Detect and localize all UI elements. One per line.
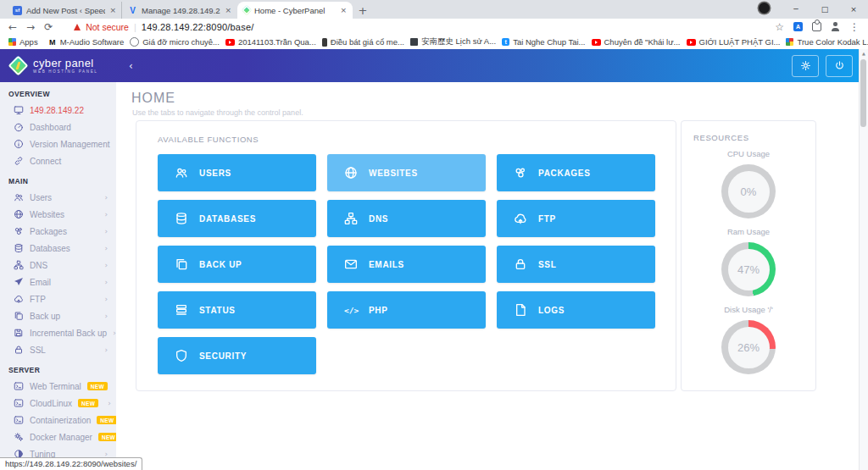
function-button-php[interactable]: </>PHP xyxy=(327,291,486,329)
logo-subtitle: WEB HOSTING PANEL xyxy=(33,70,98,75)
gauge-value: 47% xyxy=(737,263,760,276)
function-button-label: SSL xyxy=(538,260,557,269)
sidebar-item-docker-manager[interactable]: Docker ManagerNEW› xyxy=(0,429,116,445)
tab-add-new-post-speed-family[interactable]: sfAdd New Post ‹ Speed.Family —× xyxy=(7,2,122,19)
tab-manage-149-28-149-22-vultr-co[interactable]: VManage 149.28.149.22 - Vultr.co× xyxy=(122,2,237,19)
sidebar-item-label: Email xyxy=(30,278,51,287)
back-icon[interactable]: ← xyxy=(8,22,17,32)
forward-icon[interactable]: → xyxy=(26,22,35,32)
power-icon xyxy=(834,60,845,71)
bookmark-chuy-n-kh-i-l[interactable]: Chuyên đề "Khái lư... xyxy=(592,37,681,47)
tab-close-icon[interactable]: × xyxy=(225,6,231,14)
sidebar-item-users[interactable]: Users› xyxy=(0,189,116,206)
function-button-users[interactable]: USERS xyxy=(158,154,316,191)
sidebar-item-version-management[interactable]: Version Management xyxy=(0,135,116,152)
profile-icon[interactable] xyxy=(831,22,840,31)
url-text[interactable]: 149.28.149.22:8090/base/ xyxy=(142,22,254,32)
bookmark-label: Điều bát giá cổ me... xyxy=(331,37,404,47)
extensions-icon[interactable] xyxy=(812,22,821,31)
monitor-icon xyxy=(14,105,24,115)
tab-close-icon[interactable]: × xyxy=(340,6,347,14)
function-button-ftp[interactable]: FTP xyxy=(497,200,655,237)
function-button-status[interactable]: STATUS xyxy=(158,291,316,329)
sidebar-item-cloudlinux[interactable]: CloudLinuxNEW› xyxy=(0,395,116,412)
sidebar-item-websites[interactable]: Websites› xyxy=(0,206,116,223)
function-button-dns[interactable]: DNS xyxy=(327,200,486,237)
new-tab-button[interactable]: + xyxy=(353,2,373,19)
main-content: HOME Use the tabs to navigate through th… xyxy=(116,82,868,470)
sidebar-item-149-28-149-22[interactable]: 149.28.149.22 xyxy=(0,102,116,119)
cyberpanel-logo[interactable]: cyber panel WEB HOSTING PANEL xyxy=(0,58,127,75)
function-button-grid: USERSWEBSITESPACKAGESDATABASESDNSFTPBACK… xyxy=(158,154,655,374)
function-button-security[interactable]: SECURITY xyxy=(158,337,316,374)
sidebar-section-overview: OVERVIEW xyxy=(0,82,116,102)
users-icon xyxy=(175,166,188,180)
bookmark-gi-micro-chuy[interactable]: Giá đỡ micro chuyê... xyxy=(130,37,220,47)
bookmark-i-u-b-t-gi-c-me[interactable]: Điều bát giá cổ me... xyxy=(322,37,404,47)
browser-menu-icon[interactable]: ⋮ xyxy=(849,22,860,32)
database-icon xyxy=(14,243,24,253)
scrollbar-up-arrow[interactable]: ▲ xyxy=(860,49,868,58)
globe-icon xyxy=(14,209,24,219)
bookmark-gi-i-lu-t-ph-t-gi[interactable]: GIỚI LUẬT PHẬT GI... xyxy=(687,37,781,47)
close-window-button[interactable]: × xyxy=(839,0,868,19)
bookmark-true-color-kodak-l[interactable]: True Color Kodak L... xyxy=(786,37,868,47)
minimize-window-button[interactable]: ─ xyxy=(782,0,810,19)
bookmark-tai-nghe-chup-tai[interactable]: tTai Nghe Chup Tai... xyxy=(502,37,585,47)
bookmark-star-icon[interactable]: ☆ xyxy=(775,22,784,32)
sitemap-icon xyxy=(14,260,24,270)
sidebar-item-packages[interactable]: Packages› xyxy=(0,223,116,240)
sidebar-item-label: SSL xyxy=(30,346,46,355)
new-badge: NEW xyxy=(97,416,116,424)
sidebar-item-ftp[interactable]: FTP› xyxy=(0,290,116,307)
gauge-donut: 26% xyxy=(721,320,776,374)
bookmark-m-audio-software[interactable]: MM-Audio Software xyxy=(48,37,125,47)
sidebar-item-containerization[interactable]: ContainerizationNEW› xyxy=(0,412,116,429)
new-badge: NEW xyxy=(78,399,98,407)
omnibox[interactable]: Not secure | 149.28.149.22:8090/base/ xyxy=(62,22,765,32)
apps-shortcut[interactable]: Apps xyxy=(8,37,38,47)
bookmark-label: M-Audio Software xyxy=(60,37,125,47)
settings-button[interactable] xyxy=(792,55,819,77)
sidebar-item-email[interactable]: Email› xyxy=(0,274,116,290)
function-button-label: DNS xyxy=(369,214,388,224)
sidebar-item-dns[interactable]: DNS› xyxy=(0,257,116,274)
gauge-label: Ram Usage xyxy=(682,227,815,236)
resources-card: RESOURCES CPU Usage0%Ram Usage47%Disk Us… xyxy=(681,120,816,391)
sidebar-item-back-up[interactable]: Back up› xyxy=(0,307,116,324)
sidebar-item-incremental-back-up[interactable]: Incremental Back up› xyxy=(0,324,116,341)
sidebar-item-databases[interactable]: Databases› xyxy=(0,240,116,257)
gear-icon xyxy=(800,60,811,71)
tab-close-icon[interactable]: × xyxy=(109,6,116,14)
sidebar-item-label: Packages xyxy=(30,227,67,236)
function-button-back-up[interactable]: BACK UP xyxy=(158,246,316,283)
sidebar-item-web-terminal[interactable]: Web TerminalNEW› xyxy=(0,378,116,395)
scrollbar-thumb[interactable] xyxy=(860,59,866,127)
not-secure-label[interactable]: Not secure xyxy=(86,22,129,32)
sidebar-item-dashboard[interactable]: Dashboard xyxy=(0,119,116,135)
chevron-right-icon: › xyxy=(104,244,108,252)
translate-icon[interactable]: A xyxy=(793,22,803,31)
reload-icon[interactable]: ⟳ xyxy=(44,22,53,32)
function-button-logs[interactable]: LOGS xyxy=(497,291,655,329)
dark-bookmark-icon xyxy=(410,38,418,46)
sidebar-section-server: SERVER xyxy=(0,358,116,378)
function-button-packages[interactable]: PACKAGES xyxy=(497,154,655,191)
maximize-window-button[interactable]: □ xyxy=(810,0,839,19)
bookmark-20141103-tr-n-qua[interactable]: 20141103.Trần Qua... xyxy=(225,37,316,47)
vertical-scrollbar[interactable]: ▲ xyxy=(859,49,868,470)
logout-button[interactable] xyxy=(826,55,853,77)
bookmarks-list: MM-Audio SoftwareGiá đỡ micro chuyê...20… xyxy=(48,36,868,47)
bookmark-l-ch-s-a[interactable]: 安南歷史 Lịch sử A... xyxy=(410,36,496,47)
sidebar-collapse-icon[interactable]: ‹ xyxy=(129,60,133,72)
sidebar-item-connect[interactable]: Connect xyxy=(0,152,116,169)
function-button-databases[interactable]: DATABASES xyxy=(158,200,316,237)
function-button-websites[interactable]: WEBSITES xyxy=(327,154,486,191)
function-button-ssl[interactable]: SSL xyxy=(497,246,655,283)
tab-home-cyberpanel[interactable]: Home - CyberPanel× xyxy=(237,2,353,19)
function-button-emails[interactable]: EMAILS xyxy=(327,246,486,283)
sidebar-item-ssl[interactable]: SSL› xyxy=(0,341,116,358)
titlebar-profile-avatar[interactable] xyxy=(759,3,770,14)
sidebar-item-label: Users xyxy=(30,193,52,202)
bookmark-label: Tai Nghe Chup Tai... xyxy=(513,37,585,47)
